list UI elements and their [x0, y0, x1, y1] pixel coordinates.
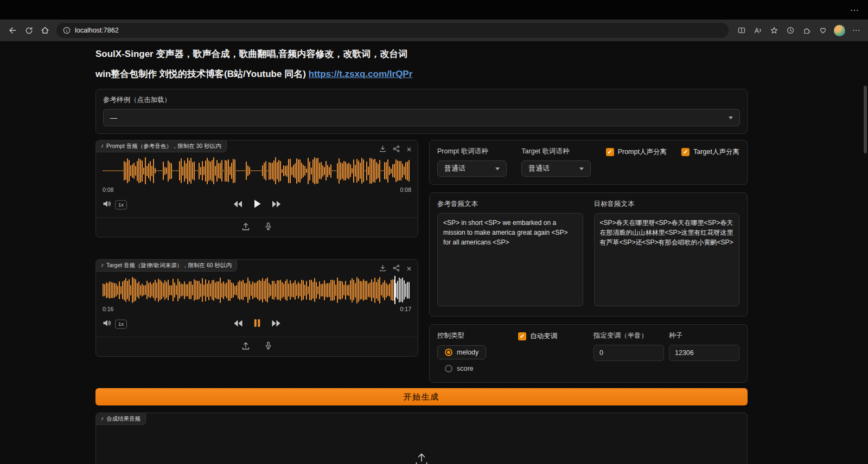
window-menu-icon[interactable]: ⋯ [850, 5, 859, 15]
control-type-label: 控制类型 [437, 331, 513, 340]
close-button[interactable]: ✕ [406, 146, 412, 153]
prompt-audio-player: ♪ Prompt 音频（参考音色），限制在 30 秒以内 ✕ 0:08 0:08 [95, 140, 418, 237]
home-icon [41, 26, 49, 35]
examples-label: 参考样例（点击加载） [103, 95, 740, 105]
favorites-button[interactable] [767, 23, 781, 38]
generate-button[interactable]: 开始生成 [95, 388, 748, 405]
result-title: 合成结果音频 [106, 415, 141, 422]
target-vocal-separation-checkbox[interactable]: ✓ Target人声分离 [681, 147, 739, 157]
target-lyrics-label: 目标音频文本 [594, 199, 740, 209]
checkbox-label: Prompt人声分离 [618, 147, 667, 157]
checkbox-checked-icon: ✓ [606, 148, 614, 156]
extensions-puzzle-icon [803, 27, 810, 34]
target-audio-title: Target 音频（旋律/歌词来源），限制在 60 秒以内 [106, 262, 232, 269]
checkbox-label: Target人声分离 [693, 147, 739, 157]
split-screen-icon [738, 27, 745, 34]
speaker-icon [103, 319, 111, 327]
play-button[interactable] [253, 199, 261, 211]
prompt-waveform[interactable] [103, 157, 411, 185]
download-button[interactable] [379, 145, 386, 154]
music-note-icon: ♪ [101, 262, 104, 268]
prompt-duration: 0:08 [400, 186, 411, 193]
essentials-heart-icon [819, 27, 827, 34]
rewind-button[interactable] [232, 200, 242, 210]
subtitle-text: win整合包制作 刘悦的技术博客(B站/Youtube 同名) [95, 69, 309, 79]
seed-label: 种子 [669, 331, 739, 340]
lyrics-block: 参考音频文本 <SP> in short <SP> we embarked on… [429, 192, 748, 317]
upload-icon [241, 341, 250, 350]
chevron-down-icon [579, 167, 584, 170]
microphone-icon [264, 222, 272, 231]
playback-speed-button[interactable]: 1x [115, 320, 127, 328]
prompt-lyrics-textarea[interactable]: <SP> in short <SP> we embarked on a miss… [437, 213, 583, 306]
pause-button[interactable] [253, 319, 261, 330]
share-button[interactable] [393, 264, 400, 274]
examples-dropdown[interactable]: — [103, 109, 740, 126]
fast-forward-icon [271, 200, 282, 208]
app-page: SoulX-Singer 变声器，歌声合成，歌曲翻唱,音频内容修改，改歌词，改台… [0, 41, 868, 464]
target-lyrics-textarea[interactable]: <SP>春天在哪里呀<SP>春天在哪里<SP>春天在那清脆的山山林林里<SP>这… [594, 213, 740, 306]
checkbox-label: 自动变调 [530, 332, 557, 341]
split-screen-button[interactable] [734, 23, 749, 38]
result-title-chip: ♪ 合成结果音频 [96, 413, 146, 425]
rewind-icon [233, 319, 243, 327]
refresh-button[interactable] [21, 22, 37, 38]
address-bar[interactable]: localhost:7862 [56, 23, 729, 38]
record-mic-button[interactable] [264, 222, 272, 233]
download-button[interactable] [379, 264, 386, 274]
fast-forward-icon [271, 319, 282, 327]
settings-menu-button[interactable]: ⋯ [849, 23, 864, 38]
rewind-button[interactable] [233, 319, 243, 329]
upload-audio-button[interactable] [241, 222, 250, 233]
prompt-vocal-separation-checkbox[interactable]: ✓ Prompt人声分离 [606, 147, 667, 157]
auto-pitch-checkbox[interactable]: ✓ 自动变调 [518, 332, 589, 341]
history-button[interactable] [783, 23, 797, 38]
checkbox-checked-icon: ✓ [681, 148, 690, 156]
target-language-label: Target 歌词语种 [521, 147, 591, 156]
upload-audio-button[interactable] [241, 341, 250, 352]
page-scrollbar[interactable] [864, 86, 867, 153]
pause-icon [253, 319, 261, 328]
result-dropzone[interactable]: 将音频拖放到此处 [96, 425, 747, 464]
volume-button[interactable] [103, 200, 111, 210]
radio-option-melody[interactable]: melody [437, 345, 486, 359]
share-icon [393, 145, 400, 152]
forward-button[interactable] [271, 200, 282, 210]
music-note-icon: ♪ [101, 143, 104, 149]
browser-essentials-button[interactable] [815, 23, 830, 38]
record-mic-button[interactable] [264, 341, 272, 352]
window-titlebar: ⋯ [0, 0, 868, 20]
prompt-audio-title: Prompt 音频（参考音色），限制在 30 秒以内 [106, 143, 221, 150]
music-note-icon: ♪ [101, 415, 104, 422]
close-button[interactable]: ✕ [406, 266, 412, 272]
profile-avatar[interactable] [834, 25, 845, 36]
back-arrow-icon [8, 26, 17, 35]
radio-selected-icon [445, 349, 452, 356]
target-language-value: 普通话 [528, 164, 550, 173]
read-aloud-button[interactable] [750, 23, 765, 38]
share-button[interactable] [393, 145, 400, 154]
pitch-shift-input[interactable] [593, 345, 664, 361]
more-menu-icon: ⋯ [852, 25, 861, 35]
back-button[interactable] [4, 22, 21, 38]
download-icon [379, 145, 386, 152]
seed-input[interactable] [669, 345, 739, 361]
read-aloud-icon [754, 27, 762, 34]
radio-option-score[interactable]: score [437, 362, 481, 376]
prompt-lyrics-label: 参考音频文本 [437, 199, 583, 209]
forward-button[interactable] [271, 319, 282, 329]
blog-link[interactable]: https://t.zsxq.com/IrQPr [309, 69, 413, 79]
checkbox-checked-icon: ✓ [518, 332, 526, 340]
playback-speed-button[interactable]: 1x [115, 201, 127, 209]
target-waveform[interactable] [103, 276, 411, 304]
home-button[interactable] [37, 22, 53, 38]
result-audio-block: ♪ 合成结果音频 将音频拖放到此处 [95, 413, 748, 464]
radio-label: score [457, 365, 474, 372]
prompt-language-dropdown[interactable]: 普通话 [437, 160, 507, 177]
extensions-button[interactable] [799, 23, 814, 38]
page-title: SoulX-Singer 变声器，歌声合成，歌曲翻唱,音频内容修改，改歌词，改台… [95, 48, 748, 61]
target-language-dropdown[interactable]: 普通话 [521, 160, 591, 177]
upload-icon [414, 452, 429, 464]
prompt-language-label: Prompt 歌词语种 [437, 147, 507, 156]
volume-button[interactable] [103, 319, 111, 330]
